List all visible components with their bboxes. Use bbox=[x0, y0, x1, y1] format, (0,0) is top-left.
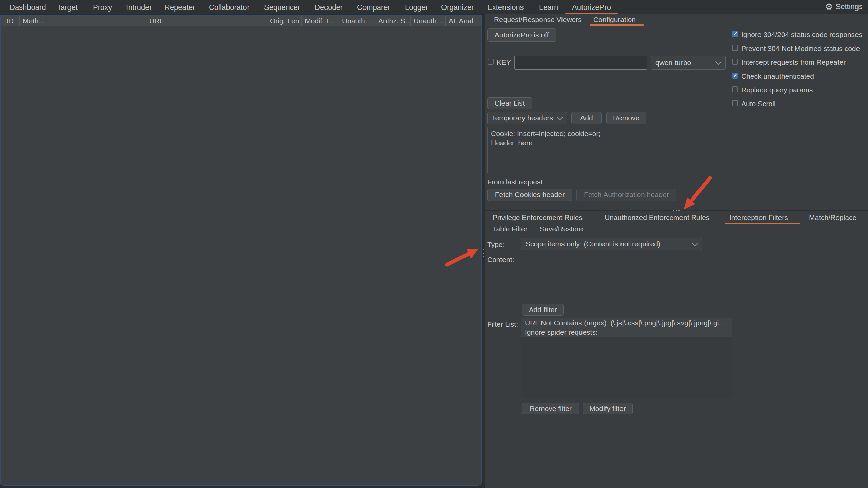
menu-organizer[interactable]: Organizer bbox=[441, 3, 474, 12]
column-header-unauth-2[interactable]: Unauth. ... bbox=[410, 16, 449, 26]
menu-comparer[interactable]: Comparer bbox=[357, 3, 390, 12]
column-divider[interactable] bbox=[375, 16, 375, 26]
chevron-down-icon bbox=[692, 240, 698, 246]
checkbox-ignore-304[interactable] bbox=[732, 31, 738, 37]
menu-dashboard[interactable]: Dashboard bbox=[9, 3, 46, 12]
menu-logger[interactable]: Logger bbox=[405, 3, 428, 12]
headers-type-value: Temporary headers bbox=[492, 114, 553, 122]
splitter-grip-dot bbox=[483, 249, 484, 250]
menu-extensions[interactable]: Extensions bbox=[487, 3, 524, 12]
column-divider[interactable] bbox=[46, 16, 46, 26]
filter-list-label: Filter List: bbox=[487, 320, 518, 329]
tab-privilege-enforcement-rules[interactable]: Privilege Enforcement Rules bbox=[493, 213, 583, 222]
clear-list-button[interactable]: Clear List bbox=[487, 97, 532, 109]
filter-content-textarea[interactable] bbox=[521, 254, 718, 300]
autorizepro-tab-indicator bbox=[565, 13, 618, 14]
request-table-header: ID Meth... URL Orig. Len Modif. L... Una… bbox=[1, 16, 481, 26]
filter-type-select[interactable]: Scope items only: (Content is not requir… bbox=[521, 238, 702, 250]
menu-target[interactable]: Target bbox=[57, 3, 78, 12]
request-table-panel[interactable]: ID Meth... URL Orig. Len Modif. L... Una… bbox=[0, 15, 482, 486]
column-divider[interactable] bbox=[19, 16, 20, 26]
settings-label: Settings bbox=[836, 2, 863, 11]
splitter-grip-dot bbox=[483, 253, 484, 254]
checkbox-replace-query-params[interactable] bbox=[732, 86, 738, 92]
gear-icon: ⚙ bbox=[825, 2, 833, 11]
remove-filter-button[interactable]: Remove filter bbox=[522, 403, 579, 414]
api-key-input[interactable] bbox=[514, 56, 647, 70]
fetch-authorization-header-button[interactable]: Fetch Authorization header bbox=[576, 189, 676, 201]
tab-table-filter[interactable]: Table Filter bbox=[493, 225, 528, 233]
configuration-tab-indicator bbox=[590, 24, 644, 26]
label-check-unauthenticated[interactable]: Check unauthenticated bbox=[741, 72, 814, 80]
menu-collaborator[interactable]: Collaborator bbox=[209, 3, 250, 12]
column-divider[interactable] bbox=[410, 16, 411, 26]
remove-header-button[interactable]: Remove bbox=[606, 112, 646, 124]
column-divider[interactable] bbox=[267, 16, 267, 26]
splitter-grip-dot bbox=[676, 210, 677, 211]
tab-save-restore[interactable]: Save/Restore bbox=[540, 225, 583, 233]
menu-proxy[interactable]: Proxy bbox=[93, 3, 112, 12]
add-filter-button[interactable]: Add filter bbox=[522, 304, 564, 316]
headers-type-select[interactable]: Temporary headers bbox=[487, 112, 567, 124]
splitter-grip-dot bbox=[673, 210, 674, 211]
menu-decoder[interactable]: Decoder bbox=[315, 3, 343, 12]
filter-list-item[interactable]: Ignore spider requests: bbox=[521, 327, 732, 337]
splitter-grip-dot bbox=[483, 256, 484, 257]
injected-headers-textarea[interactable]: Cookie: Insert=injected; cookie=or; Head… bbox=[487, 127, 685, 173]
column-header-method[interactable]: Meth... bbox=[19, 16, 50, 26]
vertical-splitter[interactable] bbox=[482, 15, 485, 486]
column-header-url[interactable]: URL bbox=[46, 16, 267, 26]
add-header-button[interactable]: Add bbox=[571, 112, 602, 124]
settings-button[interactable]: ⚙ Settings bbox=[825, 2, 863, 11]
interception-filters-tab-indicator bbox=[725, 223, 800, 224]
menu-repeater[interactable]: Repeater bbox=[164, 3, 195, 12]
label-intercept-repeater[interactable]: Intercept requests from Repeater bbox=[741, 58, 846, 67]
column-header-orig-len[interactable]: Orig. Len bbox=[267, 16, 305, 26]
chevron-down-icon bbox=[715, 59, 721, 65]
tab-interception-filters[interactable]: Interception Filters bbox=[729, 213, 788, 222]
autorizepro-window: Dashboard Target Proxy Intruder Repeater… bbox=[0, 0, 868, 488]
column-header-id[interactable]: ID bbox=[1, 16, 19, 26]
chevron-down-icon bbox=[557, 114, 563, 120]
checkbox-intercept-repeater[interactable] bbox=[732, 59, 738, 65]
column-header-modif-len[interactable]: Modif. L... bbox=[301, 16, 342, 26]
tab-match-replace[interactable]: Match/Replace bbox=[809, 213, 856, 222]
model-select-value: qwen-turbo bbox=[655, 59, 691, 67]
key-label: KEY bbox=[497, 58, 511, 67]
menu-learn[interactable]: Learn bbox=[539, 3, 558, 12]
splitter-grip-dot bbox=[678, 210, 680, 211]
main-menu-bar: Dashboard Target Proxy Intruder Repeater… bbox=[0, 0, 868, 14]
checkbox-auto-scroll[interactable] bbox=[732, 100, 738, 106]
type-label: Type: bbox=[487, 241, 505, 249]
label-prevent-304[interactable]: Prevent 304 Not Modified status code bbox=[741, 44, 860, 53]
filter-listbox[interactable]: URL Not Contains (regex): (\.js|\.css|\.… bbox=[521, 318, 732, 398]
checkbox-prevent-304[interactable] bbox=[732, 45, 738, 51]
column-header-authz[interactable]: Authz. S... bbox=[375, 16, 414, 26]
label-auto-scroll[interactable]: Auto Scroll bbox=[741, 100, 776, 108]
tab-unauthorized-enforcement-rules[interactable]: Unauthorized Enforcement Rules bbox=[605, 213, 709, 222]
content-label: Content: bbox=[487, 256, 514, 264]
from-last-request-label: From last request: bbox=[487, 178, 545, 186]
column-divider[interactable] bbox=[445, 16, 446, 26]
tab-request-response-viewers[interactable]: Request/Response Viewers bbox=[494, 16, 582, 24]
modify-filter-button[interactable]: Modify filter bbox=[583, 403, 633, 414]
autorizepro-config-panel bbox=[485, 14, 868, 488]
menu-intruder[interactable]: Intruder bbox=[126, 3, 152, 12]
request-table-body[interactable] bbox=[1, 26, 481, 485]
column-header-unauth-1[interactable]: Unauth. ... bbox=[339, 16, 378, 26]
filter-list-item[interactable]: URL Not Contains (regex): (\.js|\.css|\.… bbox=[521, 318, 732, 327]
column-divider[interactable] bbox=[301, 16, 302, 26]
model-select[interactable]: qwen-turbo bbox=[651, 56, 726, 70]
column-header-ai-analyzer[interactable]: AI. Anal... bbox=[445, 16, 485, 26]
fetch-cookies-header-button[interactable]: Fetch Cookies header bbox=[487, 189, 572, 201]
label-ignore-304[interactable]: Ignore 304/204 status code responses bbox=[741, 31, 862, 39]
menu-sequencer[interactable]: Sequencer bbox=[264, 3, 300, 12]
checkbox-check-unauthenticated[interactable] bbox=[732, 73, 738, 79]
filter-type-value: Scope items only: (Content is not requir… bbox=[526, 240, 660, 248]
tab-configuration[interactable]: Configuration bbox=[593, 16, 636, 24]
autorizepro-toggle-button[interactable]: AutorizePro is off bbox=[487, 28, 556, 42]
label-replace-query-params[interactable]: Replace query params bbox=[741, 86, 813, 94]
menu-autorizepro[interactable]: AutorizePro bbox=[572, 3, 611, 12]
key-checkbox[interactable] bbox=[488, 59, 494, 65]
column-divider[interactable] bbox=[339, 16, 339, 26]
